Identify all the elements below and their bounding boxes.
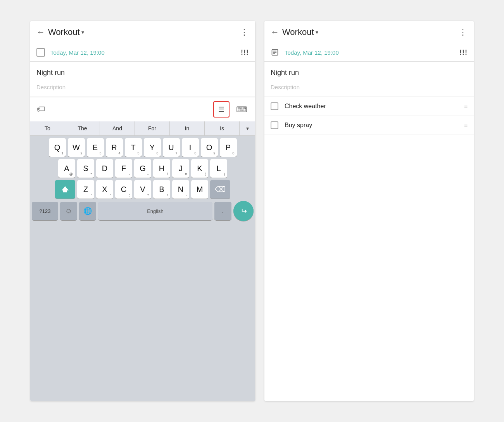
- note-icon: [271, 48, 279, 57]
- right-date-text[interactable]: Today, Mar 12, 19:00: [285, 49, 459, 56]
- task-description[interactable]: Description: [30, 81, 255, 97]
- shift-key[interactable]: [55, 180, 75, 199]
- key-f[interactable]: F-: [115, 159, 132, 178]
- key-w[interactable]: W2: [68, 138, 85, 157]
- key-g[interactable]: G=: [134, 159, 151, 178]
- keyboard-suggestions: To The And For In Is ▾: [30, 121, 255, 136]
- keyboard-row-1: Q1 W2 E3 R4 T5 Y6 U7 I8 O9 P0: [32, 138, 254, 157]
- globe-key[interactable]: 🌐: [79, 202, 96, 220]
- key-p[interactable]: P0: [220, 138, 237, 157]
- key-t[interactable]: T5: [125, 138, 142, 157]
- suggestion-chevron[interactable]: ▾: [240, 121, 255, 135]
- key-l[interactable]: L): [210, 159, 227, 178]
- list-button[interactable]: ☰: [213, 101, 230, 118]
- key-q[interactable]: Q1: [49, 138, 66, 157]
- key-n[interactable]: N~: [172, 180, 189, 199]
- tag-icon[interactable]: 🏷: [36, 104, 45, 114]
- key-u[interactable]: U7: [163, 138, 180, 157]
- key-i[interactable]: I8: [182, 138, 199, 157]
- key-d[interactable]: D+: [96, 159, 113, 178]
- list-icon: ☰: [218, 105, 224, 114]
- task-title[interactable]: Night run: [30, 62, 255, 81]
- num-key[interactable]: ?123: [32, 202, 58, 220]
- suggestion-is[interactable]: Is: [205, 121, 240, 135]
- task-item-text-2[interactable]: Buy spray: [285, 122, 464, 129]
- dropdown-arrow-icon[interactable]: ▾: [81, 29, 84, 35]
- right-dropdown-arrow-icon[interactable]: ▾: [316, 29, 318, 35]
- priority-icon[interactable]: !!!: [241, 48, 249, 57]
- task-checkbox[interactable]: [36, 48, 45, 57]
- more-button[interactable]: ⋮: [240, 27, 249, 37]
- left-title: Workout ▾: [48, 27, 240, 37]
- key-v[interactable]: V?: [134, 180, 151, 199]
- key-r[interactable]: R4: [106, 138, 123, 157]
- key-z[interactable]: Z': [77, 180, 94, 199]
- task-item-text-1[interactable]: Check weather: [285, 103, 464, 110]
- left-panel: ← Workout ▾ ⋮ Today, Mar 12, 19:00 !!! N…: [30, 21, 255, 401]
- keyboard-row-4: ?123 ☺ 🌐 English . ↵: [32, 201, 254, 221]
- toolbar-row: 🏷 ☰ ⌨: [30, 97, 255, 121]
- right-date-row: Today, Mar 12, 19:00 !!!: [264, 43, 474, 62]
- key-m[interactable]: M...: [191, 180, 208, 199]
- key-e[interactable]: E3: [87, 138, 104, 157]
- space-key[interactable]: English: [98, 202, 212, 220]
- key-y[interactable]: Y6: [144, 138, 161, 157]
- emoji-key[interactable]: ☺: [60, 202, 77, 220]
- key-x[interactable]: X:: [96, 180, 113, 199]
- date-text[interactable]: Today, Mar 12, 19:00: [50, 49, 241, 56]
- key-b[interactable]: B!: [153, 180, 170, 199]
- dot-key[interactable]: .: [214, 202, 231, 220]
- back-button[interactable]: ←: [36, 27, 45, 37]
- keyboard-row-2: A@ S* D+ F- G= H/ J# K( L): [32, 159, 254, 178]
- title-text: Workout: [48, 27, 80, 37]
- backspace-key[interactable]: ⌫: [210, 180, 230, 199]
- chevron-down-icon: ▾: [246, 125, 249, 131]
- key-a[interactable]: A@: [58, 159, 75, 178]
- suggestion-for[interactable]: For: [135, 121, 170, 135]
- left-date-row: Today, Mar 12, 19:00 !!!: [30, 43, 255, 62]
- key-c[interactable]: C;: [115, 180, 132, 199]
- suggestion-in[interactable]: In: [170, 121, 205, 135]
- suggestion-the[interactable]: The: [65, 121, 100, 135]
- right-priority-icon[interactable]: !!!: [459, 48, 468, 57]
- right-panel: ← Workout ▾ ⋮ Today, Mar 12, 19:00 !!! N…: [264, 21, 474, 401]
- task-item-checkbox-2[interactable]: [271, 121, 278, 129]
- suggestion-and[interactable]: And: [100, 121, 135, 135]
- right-title: Workout ▾: [282, 27, 459, 37]
- right-back-button[interactable]: ←: [271, 27, 279, 37]
- keyboard: Q1 W2 E3 R4 T5 Y6 U7 I8 O9 P0 A@ S* D+ F…: [30, 136, 255, 401]
- right-title-text: Workout: [282, 27, 314, 37]
- key-k[interactable]: K(: [191, 159, 208, 178]
- task-item-1: Check weather ≡: [264, 97, 474, 116]
- drag-handle-icon-2: ≡: [464, 122, 468, 129]
- enter-key[interactable]: ↵: [233, 201, 254, 221]
- left-header: ← Workout ▾ ⋮: [30, 21, 255, 43]
- keyboard-button[interactable]: ⌨: [234, 102, 249, 117]
- right-task-description[interactable]: Description: [264, 81, 474, 97]
- task-item-checkbox-1[interactable]: [271, 102, 278, 110]
- suggestion-to[interactable]: To: [30, 121, 65, 135]
- task-item-2: Buy spray ≡: [264, 116, 474, 135]
- key-s[interactable]: S*: [77, 159, 94, 178]
- right-header: ← Workout ▾ ⋮: [264, 21, 474, 43]
- keyboard-row-3: Z' X: C; V? B! N~ M... ⌫: [32, 180, 254, 199]
- key-o[interactable]: O9: [201, 138, 218, 157]
- key-h[interactable]: H/: [153, 159, 170, 178]
- right-task-title[interactable]: Night run: [264, 62, 474, 81]
- key-j[interactable]: J#: [172, 159, 189, 178]
- drag-handle-icon-1: ≡: [464, 103, 468, 110]
- keyboard-icon: ⌨: [236, 105, 247, 114]
- right-more-button[interactable]: ⋮: [459, 27, 468, 37]
